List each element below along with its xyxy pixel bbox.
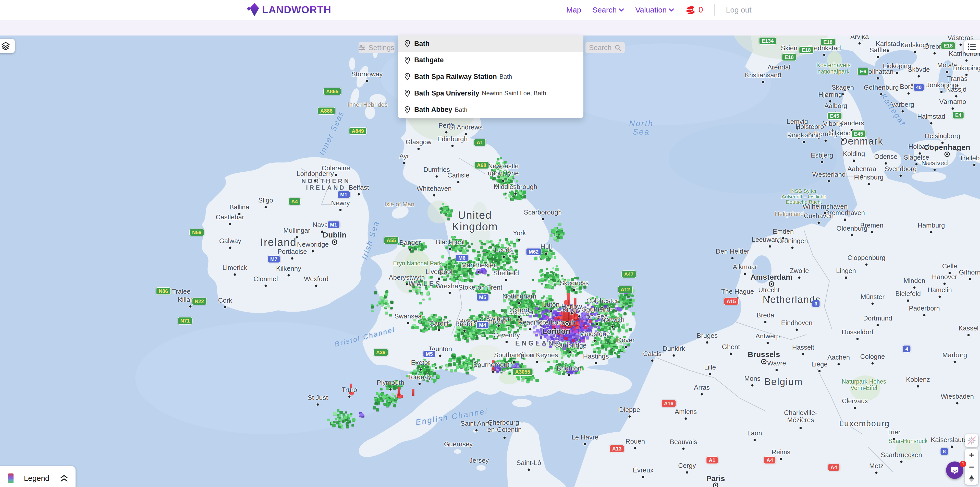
road-shield: M7 bbox=[267, 255, 280, 263]
road-shield: M5 bbox=[476, 294, 489, 301]
suggestion-title: Bath Abbey bbox=[414, 106, 452, 113]
nav-map-link[interactable]: Map bbox=[566, 6, 581, 14]
road-shield: N71 bbox=[178, 317, 192, 324]
chat-bubble-icon bbox=[950, 465, 960, 475]
suggestion-subtitle: Bath bbox=[455, 106, 467, 113]
suggestion-title: Bath Spa Railway Station bbox=[414, 73, 497, 81]
road-shield: A1 bbox=[706, 457, 718, 464]
road-shield: M1 bbox=[337, 191, 350, 198]
logout-link[interactable]: Log out bbox=[726, 6, 752, 14]
suggestion-item[interactable]: Bathgate bbox=[398, 52, 584, 69]
location-pin-icon bbox=[404, 106, 410, 113]
road-shield: E6 bbox=[857, 68, 869, 75]
credits-indicator[interactable]: 0 bbox=[685, 5, 703, 15]
chat-notification-badge: 1 bbox=[960, 461, 966, 467]
results-list-button[interactable] bbox=[964, 40, 980, 53]
draw-disabled-button[interactable] bbox=[965, 434, 978, 447]
sliders-icon bbox=[359, 45, 366, 51]
road-shield: N22 bbox=[192, 297, 207, 305]
road-shield: E45 bbox=[827, 112, 842, 120]
road-shield: A849 bbox=[349, 127, 367, 135]
road-shield: M62 bbox=[526, 248, 542, 255]
road-shield: A4 bbox=[828, 463, 840, 471]
road-shield: 4 bbox=[902, 345, 911, 353]
search-suggestions-dropdown: Bath Bathgate Bath Spa Railway Station B… bbox=[398, 35, 584, 118]
road-shield: E4 bbox=[953, 111, 964, 119]
road-shield: A1 bbox=[474, 139, 486, 146]
expand-up-icon bbox=[60, 474, 68, 482]
road-shield: A47 bbox=[621, 270, 636, 278]
suggestion-item[interactable]: Bath Spa University Newton Saint Loe, Ba… bbox=[398, 85, 584, 102]
credits-count: 0 bbox=[698, 5, 703, 14]
main-nav: Map Search Valuation 0 Log out bbox=[566, 0, 752, 20]
suggestion-title: Bath Spa University bbox=[414, 89, 479, 97]
nav-search-menu[interactable]: Search bbox=[592, 6, 624, 14]
suggestion-item[interactable]: Bath Abbey Bath bbox=[398, 101, 584, 118]
list-icon bbox=[967, 43, 976, 51]
road-shield: E45 bbox=[851, 130, 866, 138]
chevron-down-icon bbox=[619, 8, 624, 11]
logo-text: LANDWORTH bbox=[262, 4, 331, 16]
search-button[interactable]: Search bbox=[585, 42, 625, 53]
road-shield: E18 bbox=[782, 53, 797, 61]
road-shield: 40 bbox=[913, 83, 924, 91]
road-shield: 8 bbox=[940, 448, 948, 455]
road-shield: M1 bbox=[327, 221, 340, 228]
road-shield: A865 bbox=[323, 88, 341, 95]
search-icon bbox=[614, 45, 621, 51]
road-shield: N59 bbox=[189, 228, 204, 236]
legend-panel[interactable]: Legend bbox=[0, 466, 76, 487]
settings-button[interactable]: Settings bbox=[359, 42, 395, 53]
zoom-out-button[interactable]: − bbox=[965, 461, 978, 473]
landworth-logo[interactable]: LANDWORTH bbox=[246, 3, 331, 17]
zoom-in-button[interactable]: + bbox=[965, 449, 978, 461]
legend-gradient-swatch bbox=[8, 473, 14, 483]
road-shield: M4 bbox=[476, 321, 489, 329]
location-pin-icon bbox=[404, 40, 410, 48]
road-shield: A4 bbox=[764, 457, 776, 464]
layers-icon bbox=[1, 42, 10, 51]
tilt-arrows-icon bbox=[969, 475, 974, 482]
layers-button[interactable] bbox=[0, 39, 15, 53]
suggestion-item[interactable]: Bath bbox=[398, 35, 584, 52]
road-shield: E134 bbox=[759, 37, 776, 45]
location-pin-icon bbox=[404, 73, 410, 80]
coins-icon bbox=[685, 5, 696, 15]
legend-label: Legend bbox=[24, 474, 49, 483]
landworth-diamond-icon bbox=[246, 3, 259, 17]
suggestion-subtitle: Bath bbox=[500, 73, 512, 80]
suggestion-title: Bath bbox=[414, 40, 430, 48]
road-shield: M5 bbox=[423, 350, 436, 358]
location-pin-icon bbox=[404, 89, 410, 97]
location-pin-icon bbox=[404, 56, 410, 64]
chevron-down-icon bbox=[669, 8, 674, 11]
road-shield: A55 bbox=[384, 236, 399, 244]
road-shield: A68 bbox=[474, 161, 489, 169]
suggestion-item[interactable]: Bath Spa Railway Station Bath bbox=[398, 69, 584, 85]
road-shield: A3055 bbox=[512, 368, 533, 376]
tilt-control[interactable] bbox=[965, 473, 978, 485]
road-shield: E18 bbox=[821, 38, 835, 46]
road-shield: A12 bbox=[618, 286, 633, 294]
suggestion-subtitle: Newton Saint Loe, Bath bbox=[482, 89, 546, 97]
road-shield: A16 bbox=[661, 400, 676, 407]
suggestion-title: Bathgate bbox=[414, 56, 444, 64]
road-shield: A39 bbox=[373, 348, 388, 356]
top-navbar: LANDWORTH Map Search Valuation 0 Log out bbox=[0, 0, 980, 20]
road-shield: A15 bbox=[724, 297, 739, 305]
road-shield: E18 bbox=[941, 42, 956, 49]
nav-valuation-menu[interactable]: Valuation bbox=[635, 6, 674, 14]
road-shield: E18 bbox=[799, 46, 814, 54]
road-shield: N86 bbox=[156, 287, 171, 295]
search-toolbar: Settings Search bbox=[0, 20, 980, 35]
road-shield: M6 bbox=[455, 254, 468, 262]
road-shield: A13 bbox=[609, 445, 625, 452]
road-shield: A4 bbox=[288, 198, 301, 205]
road-shield: 3 bbox=[811, 300, 820, 308]
zoom-controls: + − bbox=[965, 449, 978, 485]
road-shield: A888 bbox=[318, 107, 335, 115]
nav-divider bbox=[714, 4, 715, 16]
